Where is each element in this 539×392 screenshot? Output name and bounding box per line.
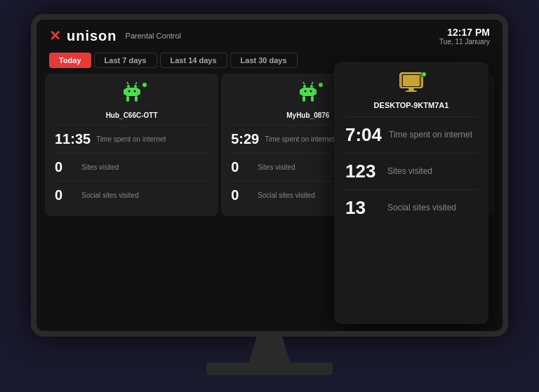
stat-value-time-1: 5:29 [231,131,259,147]
svg-rect-39 [404,77,411,79]
device-icon-wrap-0 [119,81,145,109]
svg-point-11 [303,85,306,88]
popup-stat-time: 7:04 Time spent on internet [345,116,477,153]
stat-label-time-1: Time spent on internet [265,135,334,144]
popup-stat-social: 13 Social sites visited [345,189,477,226]
svg-point-0 [127,85,130,88]
stat-row-social-0: 0 Social sites visited [55,181,208,209]
svg-line-21 [312,82,313,84]
tv-screen: ✕ unison Parental Control 12:17 PM Tue, … [36,20,503,331]
svg-rect-14 [300,89,302,95]
popup-stat-label-sites: Sites visited [387,166,432,176]
popup-status-dot [421,72,427,77]
device-header-0: Hub_C66C-OTT [55,81,208,119]
stat-value-time-0: 11:35 [55,131,91,147]
stat-label-sites-1: Sites visited [258,163,295,172]
device-card-0: Hub_C66C-OTT 11:35 Time spent on interne… [45,74,218,216]
svg-rect-37 [406,90,417,92]
svg-rect-16 [302,96,305,102]
svg-point-8 [133,90,135,92]
popup-stat-sites: 123 Sites visited [345,153,477,189]
status-dot-1 [318,82,324,88]
android-icon-0 [119,81,145,106]
logo-x-icon: ✕ [49,27,61,44]
stat-label-time-0: Time spent on internet [96,135,166,144]
svg-line-9 [127,82,128,84]
device-name-0: Hub_C66C-OTT [106,111,158,119]
svg-rect-36 [408,88,414,90]
popup-stat-value-sites: 123 [345,161,380,182]
stat-value-sites-0: 0 [55,159,76,175]
svg-point-7 [128,90,130,92]
android-icon-1 [295,81,321,106]
popup-icon-wrap [399,70,424,98]
svg-rect-5 [126,96,129,102]
svg-line-20 [303,82,305,84]
popup-header: DESKTOP-9KTM7A1 [345,70,477,109]
svg-rect-4 [138,89,140,95]
status-dot-0 [142,82,147,88]
popup-stat-label-time: Time spent on internet [389,130,472,140]
popup-device-name: DESKTOP-9KTM7A1 [374,101,449,109]
svg-rect-2 [125,88,139,96]
svg-point-1 [134,85,137,88]
stat-row-time-0: 11:35 Time spent on internet [55,125,208,153]
popup-stat-value-time: 7:04 [345,124,382,146]
stat-value-social-1: 0 [231,187,252,203]
tv-container: ✕ unison Parental Control 12:17 PM Tue, … [17,14,522,379]
tab-today[interactable]: Today [49,53,91,68]
tv-stand-base [206,363,333,375]
svg-rect-13 [301,88,315,96]
svg-point-19 [310,90,312,92]
logo-subtitle: Parental Control [126,32,182,40]
tab-last14[interactable]: Last 14 days [160,53,227,68]
clock-area: 12:17 PM Tue, 11 January [439,27,490,46]
svg-line-10 [135,82,137,84]
stat-label-social-1: Social sites visited [258,191,315,200]
popup-stat-label-social: Social sites visited [387,203,456,212]
svg-point-12 [310,85,313,88]
svg-rect-40 [404,79,414,81]
stat-label-social-0: Social sites visited [81,191,139,200]
popup-stat-value-social: 13 [345,197,380,219]
svg-rect-17 [311,96,314,102]
stat-row-sites-0: 0 Sites visited [55,153,208,181]
svg-rect-6 [135,96,138,102]
tab-last30[interactable]: Last 30 days [230,53,298,68]
stat-value-social-0: 0 [55,187,76,203]
logo-name: unison [67,28,117,44]
app-header: ✕ unison Parental Control 12:17 PM Tue, … [36,20,503,50]
svg-rect-3 [124,89,126,95]
stat-label-sites-0: Sites visited [81,163,119,172]
device-icon-wrap-1 [295,81,321,109]
svg-point-18 [304,90,306,92]
tv-body: ✕ unison Parental Control 12:17 PM Tue, … [31,14,508,337]
stat-value-sites-1: 0 [231,159,252,175]
clock-date: Tue, 11 January [439,38,490,46]
logo-area: ✕ unison Parental Control [49,27,181,44]
svg-rect-15 [314,89,317,95]
tv-stand-neck [248,337,291,365]
svg-rect-41 [404,81,410,83]
desktop-monitor-icon [399,70,424,95]
tab-last7[interactable]: Last 7 days [94,53,157,68]
device-name-1: MyHub_0876 [286,111,329,119]
clock-time: 12:17 PM [439,27,490,38]
popup-card: DESKTOP-9KTM7A1 7:04 Time spent on inter… [334,62,488,324]
